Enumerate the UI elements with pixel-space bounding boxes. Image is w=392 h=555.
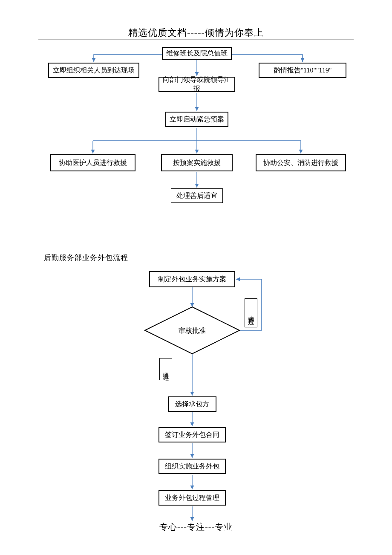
flow2-label-no: 未通过	[245, 298, 257, 327]
flow2-node-select: 选择承包方	[168, 396, 216, 412]
flow2-label-yes: 通过	[159, 358, 172, 380]
flow2-node-plan: 制定外包业务实施方案	[149, 271, 235, 287]
page: 精选优质文档-----倾情为你奉上 维修班长及院总值班 立即组织相关人员到达现场…	[0, 0, 392, 555]
flow2-node-contract: 签订业务外包合同	[159, 427, 226, 442]
flow2-node-manage: 业务外包过程管理	[159, 490, 226, 506]
flow2-decision-text: 审核批准	[179, 327, 206, 334]
page-footer: 专心---专注---专业	[0, 521, 392, 533]
flow2-node-implement: 组织实施业务外包	[159, 459, 226, 474]
